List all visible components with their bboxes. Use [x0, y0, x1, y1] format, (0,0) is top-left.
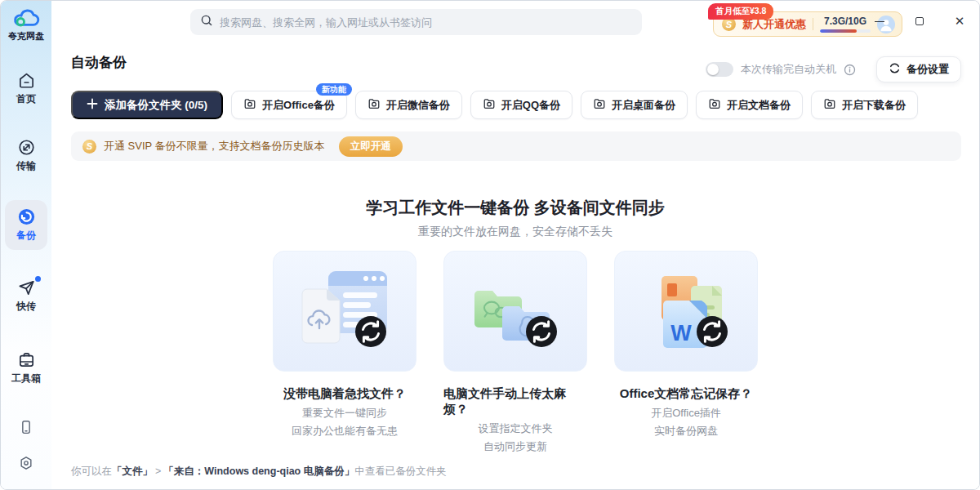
sidebar-item-transfer[interactable]: 传输 [5, 138, 47, 173]
footer-separator: > [155, 466, 161, 477]
backup-action-row: 添加备份文件夹 (0/5) 新功能 开启Office备份 [71, 91, 918, 119]
svip-upgrade-button[interactable]: 立即开通 [339, 136, 403, 157]
main-content: 自动备份 本次传输完自动关机 备份设置 [51, 43, 979, 489]
card-title: Office文档常忘记保存？ [620, 386, 753, 402]
divider [813, 18, 813, 30]
card-line: 实时备份网盘 [654, 425, 718, 437]
info-icon[interactable] [844, 64, 856, 76]
backup-folder-icon [243, 97, 256, 113]
close-button[interactable]: ✕ [953, 15, 966, 28]
enable-wechat-backup-button[interactable]: 开启微信备份 [355, 91, 462, 119]
search-bar[interactable] [190, 9, 642, 35]
minimize-button[interactable] [873, 15, 886, 28]
auto-shutdown-toggle[interactable] [706, 62, 733, 77]
sidebar-phone-button[interactable] [1, 419, 51, 439]
backup-folder-icon [368, 97, 381, 113]
hero-title: 学习工作文件一键备份 多设备间文件同步 [51, 197, 979, 219]
feature-card-find-files: 没带电脑着急找文件？ 重要文件一键同步 回家办公也能有备无患 [273, 251, 416, 452]
backup-settings-button[interactable]: 备份设置 [876, 56, 961, 82]
svip-coin-icon: S [82, 140, 96, 154]
quark-cloud-logo-icon [1, 7, 51, 29]
card-title: 电脑文件手动上传太麻烦？ [443, 386, 587, 417]
transfer-icon [17, 138, 36, 157]
card-line: 开启Office插件 [651, 408, 721, 419]
sidebar-item-label: 首页 [5, 92, 47, 106]
svip-banner: S 开通 SVIP 备份不限量，支持文档备份历史版本 立即开通 [71, 131, 961, 161]
feature-card-office-save: W Office文档常忘记保存？ 开启Office插件 实时备份网盘 [614, 251, 758, 452]
footer-hint: 你可以在「文件」>「来自：Windows deng-qiao 电脑备份」中查看已… [71, 465, 447, 479]
card-illustration-folders [443, 251, 587, 372]
gear-icon [18, 460, 34, 474]
app-logo[interactable]: 夸克网盘 [1, 7, 51, 42]
sidebar-item-label: 工具箱 [5, 372, 47, 385]
sidebar-item-label: 传输 [5, 159, 47, 173]
enable-documents-backup-button[interactable]: 开启文档备份 [696, 91, 803, 119]
footer-suffix: 中查看已备份文件夹 [354, 466, 447, 477]
sidebar-item-label: 快传 [5, 300, 47, 314]
sidebar-item-backup[interactable]: 备份 [5, 200, 47, 250]
footer-prefix: 你可以在 [71, 466, 112, 477]
quick-send-icon [17, 278, 36, 297]
enable-desktop-backup-button[interactable]: 开启桌面备份 [581, 91, 688, 119]
card-illustration-browser-doc [273, 251, 416, 372]
card-line: 设置指定文件夹 [479, 423, 553, 434]
card-line: 自动同步更新 [483, 441, 547, 452]
sidebar-item-label: 备份 [5, 229, 47, 243]
footer-path-backup: 「来自：Windows deng-qiao 电脑备份」 [163, 466, 354, 477]
card-illustration-office-docs: W [614, 251, 758, 372]
enable-qq-backup-button[interactable]: 开启QQ备份 [470, 91, 572, 119]
sidebar-item-home[interactable]: 首页 [5, 71, 47, 106]
storage-progress-track [820, 29, 871, 33]
storage-meter: 7.3G/10G [820, 16, 871, 33]
new-feature-badge: 新功能 [316, 83, 352, 96]
backup-icon [17, 207, 36, 226]
storage-progress-fill [820, 29, 857, 33]
backup-folder-icon [823, 97, 836, 113]
maximize-button[interactable] [913, 15, 926, 28]
svip-banner-text: 开通 SVIP 备份不限量，支持文档备份历史版本 [104, 139, 325, 154]
backup-folder-icon [708, 97, 721, 113]
card-title: 没带电脑着急找文件？ [283, 386, 406, 402]
notification-dot [35, 276, 41, 282]
refresh-circle-icon [889, 62, 901, 77]
feature-cards: 没带电脑着急找文件？ 重要文件一键同步 回家办公也能有备无患 [51, 251, 979, 452]
enable-downloads-backup-button[interactable]: 开启下载备份 [811, 91, 918, 119]
topbar: 首月低至¥3.8 S 新人开通优惠 7.3G/10G ✕ [51, 1, 979, 43]
backup-folder-icon [483, 97, 496, 113]
add-backup-folder-button[interactable]: 添加备份文件夹 (0/5) [71, 91, 223, 119]
app-logo-label: 夸克网盘 [1, 30, 51, 42]
backup-folder-icon [593, 97, 606, 113]
page-title: 自动备份 [71, 53, 127, 72]
home-icon [17, 71, 36, 90]
sidebar-item-quick-send[interactable]: 快传 [5, 278, 47, 314]
header-controls: 本次传输完自动关机 备份设置 [706, 56, 961, 82]
hero-subtitle: 重要的文件放在网盘，安全存储不丢失 [51, 225, 979, 239]
sidebar: 夸克网盘 首页 传输 [1, 1, 51, 489]
plus-icon [87, 98, 98, 112]
sidebar-settings-button[interactable] [1, 455, 51, 474]
word-letter: W [670, 321, 692, 345]
storage-usage-text: 7.3G/10G [824, 16, 866, 26]
feature-card-auto-upload: 电脑文件手动上传太麻烦？ 设置指定文件夹 自动同步更新 [443, 251, 587, 452]
toolbox-icon [17, 350, 36, 369]
phone-icon [18, 424, 34, 438]
search-icon [200, 14, 213, 30]
window-controls: ✕ [873, 13, 966, 29]
footer-path-files: 「文件」 [112, 466, 153, 477]
promo-ribbon: 首月低至¥3.8 [708, 3, 773, 20]
card-line: 回家办公也能有备无患 [292, 425, 398, 437]
quark-netdisk-window: 夸克网盘 首页 传输 [0, 0, 980, 490]
card-line: 重要文件一键同步 [302, 408, 387, 419]
auto-shutdown-label: 本次传输完自动关机 [741, 62, 836, 77]
search-input[interactable] [220, 16, 632, 29]
sidebar-item-toolbox[interactable]: 工具箱 [5, 350, 47, 385]
